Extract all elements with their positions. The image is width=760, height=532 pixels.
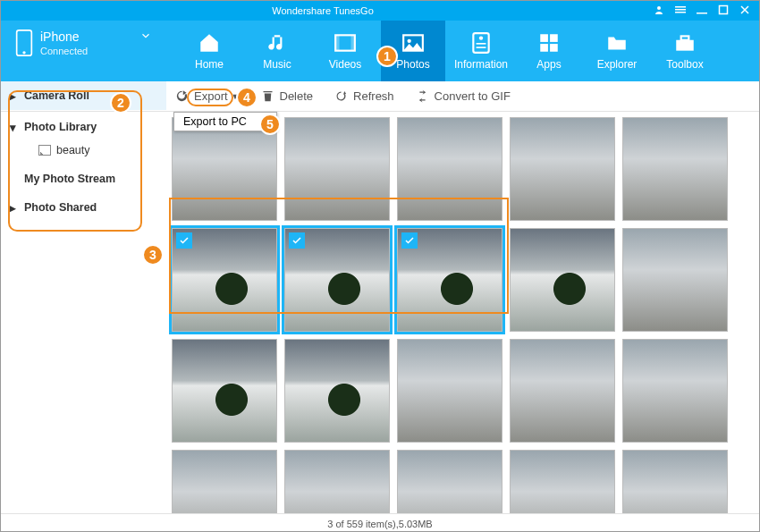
svg-rect-22 [681,36,689,39]
svg-rect-10 [351,35,355,50]
photo-thumbnail[interactable] [622,228,728,332]
export-icon [175,89,189,103]
svg-rect-9 [335,35,339,50]
sidebar-item-label: Photo Library [24,121,97,133]
convert-icon [416,89,429,103]
sidebar-item-photo-library[interactable]: ▾ Photo Library [1,115,166,139]
callout-badge: 3 [142,244,164,266]
menu-icon[interactable] [675,4,686,17]
checkmark-icon [401,232,418,249]
tab-home[interactable]: Home [177,21,241,81]
album-icon [38,145,51,156]
photo-thumbnail[interactable] [622,339,728,443]
sidebar-item-label: Camera Roll [24,89,89,102]
svg-point-12 [408,39,411,43]
checkmark-icon [176,232,192,249]
delete-button[interactable]: Delete [261,89,314,103]
tab-photos-label: Photos [396,58,429,71]
photo-thumbnail[interactable] [284,228,390,332]
svg-rect-15 [477,43,486,45]
photo-thumbnail[interactable] [622,450,728,513]
device-name: iPhone [40,30,88,44]
photo-thumbnail[interactable] [397,228,502,332]
photo-thumbnail[interactable] [284,339,390,443]
tab-music-label: Music [263,58,291,71]
sidebar-item-my-photo-stream[interactable]: My Photo Stream [1,167,166,190]
photo-thumbnail[interactable] [397,450,502,513]
callout-badge: 4 [236,87,258,108]
music-icon [265,31,290,55]
tab-information-label: Information [454,58,508,71]
tab-videos-label: Videos [329,58,361,71]
svg-rect-5 [720,6,728,14]
sidebar-item-camera-roll[interactable]: ▸ Camera Roll [1,81,166,110]
photo-thumbnail[interactable] [397,117,502,221]
tabstrip: Home Music Videos Photos Information App… [166,21,759,81]
checkmark-icon [289,232,305,249]
svg-rect-18 [550,34,558,42]
svg-point-0 [657,6,661,10]
close-icon[interactable] [739,4,750,17]
delete-label: Delete [280,89,314,103]
photo-thumbnail[interactable] [510,339,615,443]
maximize-icon[interactable] [718,4,729,17]
tab-explorer-label: Explorer [597,58,638,71]
apps-icon [536,31,562,55]
caret-right-icon: ▸ [10,201,16,215]
photos-icon [401,31,426,55]
tab-music[interactable]: Music [245,21,309,81]
photo-thumbnail[interactable] [284,450,390,513]
information-icon [469,31,494,55]
dropdown-item-label: Export to PC [183,115,247,128]
toolbox-icon [672,31,697,55]
photo-thumbnail[interactable] [622,117,728,221]
photo-thumbnail[interactable] [284,117,390,221]
photo-thumbnail[interactable] [172,339,277,443]
callout-badge: 5 [259,114,281,135]
user-icon[interactable] [654,4,664,17]
sidebar-item-photo-shared[interactable]: ▸ Photo Shared [1,196,166,219]
minimize-icon[interactable] [697,4,707,17]
callout-badge: 1 [376,46,398,67]
sidebar-item-beauty[interactable]: beauty [1,139,166,162]
app-title: Wondershare TunesGo [1,5,645,16]
svg-rect-3 [675,12,686,13]
svg-rect-19 [540,44,548,52]
export-label: Export [194,89,228,103]
status-bar: 3 of 559 item(s),5.03MB [1,513,759,532]
svg-rect-1 [675,6,686,8]
photo-thumbnail[interactable] [510,228,615,332]
sidebar-item-label: beauty [56,144,90,156]
convert-gif-button[interactable]: Convert to GIF [416,89,511,103]
svg-rect-21 [676,40,694,51]
phone-icon [15,30,33,56]
photo-thumbnail[interactable] [172,450,277,513]
sidebar-item-label: My Photo Stream [24,173,115,185]
explorer-icon [604,31,629,55]
tab-information[interactable]: Information [449,21,513,81]
tab-toolbox-label: Toolbox [666,58,703,71]
device-selector[interactable]: iPhone Connected [1,21,166,81]
refresh-label: Refresh [353,89,394,103]
delete-icon [261,89,274,103]
photo-thumbnail[interactable] [510,117,615,221]
chevron-down-icon [139,30,152,42]
tab-explorer[interactable]: Explorer [585,21,649,81]
svg-rect-20 [550,44,558,52]
photo-thumbnail[interactable] [510,450,615,513]
export-button[interactable]: Export ▼ [175,89,240,103]
refresh-button[interactable]: Refresh [334,89,394,103]
tab-toolbox[interactable]: Toolbox [653,21,717,81]
sidebar: ▸ Camera Roll ▾ Photo Library beauty My … [1,112,166,513]
device-status: Connected [40,46,88,56]
photo-thumbnail[interactable] [172,228,277,332]
photo-thumbnail[interactable] [397,339,502,443]
tab-apps-label: Apps [536,58,561,71]
svg-point-14 [479,36,483,39]
tab-apps[interactable]: Apps [517,21,581,81]
content-area: ▸ Camera Roll ▾ Photo Library beauty My … [1,112,759,513]
videos-icon [333,31,358,55]
tab-videos[interactable]: Videos [313,21,377,81]
home-icon [197,31,222,55]
photo-thumbnail[interactable] [172,117,277,221]
